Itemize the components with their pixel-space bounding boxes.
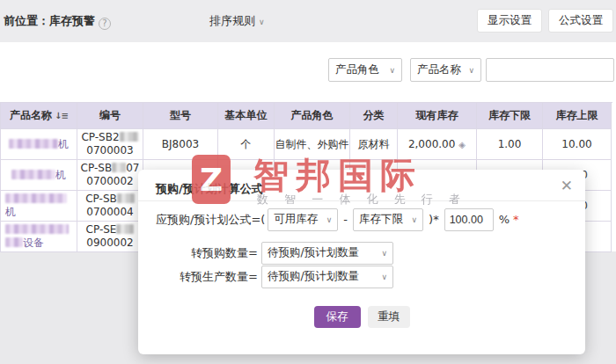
display-settings-button[interactable]: 显示设置	[477, 9, 542, 33]
code-prefix: CP-SB	[85, 193, 117, 205]
unit-cell: 个	[218, 129, 275, 160]
column-header-lower-limit[interactable]: 库存下限	[477, 103, 543, 129]
product-role-select[interactable]: 产品角色 ∨	[328, 58, 402, 82]
product-name-link[interactable]: 机	[0, 160, 77, 191]
dialog-divider	[138, 200, 585, 201]
percent-input[interactable]	[444, 208, 494, 231]
to-prepurchase-row: 转预购数量= 待预购/预计划数量 ∨	[156, 241, 393, 265]
chevron-down-icon: ∨	[381, 273, 387, 281]
topbar-actions: 显示设置 公式设置	[477, 9, 613, 33]
diamond-icon[interactable]: ◈	[458, 140, 466, 149]
column-header-label: 产品名称	[10, 109, 52, 122]
chevron-down-icon: ∨	[381, 249, 387, 258]
subtrahend-value: 库存下限	[359, 212, 403, 227]
formula-dialog: 预购/预计划计算公式 ✕ 应预购/预计划公式=( 可用库存 ∨ - 库存下限 ∨…	[138, 170, 585, 354]
code-line2: 0900002	[86, 237, 133, 250]
sort-rule-dropdown[interactable]: 排序规则∨	[209, 13, 265, 29]
product-code-cell: CP-SB 0700004	[77, 191, 143, 222]
reset-button[interactable]: 重填	[368, 306, 410, 328]
lower-limit-cell: 1.00	[477, 129, 543, 160]
search-field-select-value: 产品名称	[417, 62, 461, 77]
product-name-link[interactable]: 机	[0, 191, 77, 222]
stock-cell: 2,000.00◈	[398, 129, 477, 160]
product-name-suffix: 机	[5, 206, 16, 219]
filter-bar: 产品角色 ∨ 产品名称 ∨	[0, 58, 616, 83]
required-asterisk: *	[513, 213, 519, 226]
chevron-down-icon: ∨	[389, 66, 395, 75]
chevron-down-icon: ∨	[259, 18, 265, 26]
redacted-text	[11, 170, 55, 179]
column-header-label: 现有库存	[416, 109, 458, 122]
product-name-suffix: 设备	[23, 237, 44, 249]
formula-settings-button[interactable]: 公式设置	[548, 9, 613, 33]
to-prepurchase-select[interactable]: 待预购/预计划数量 ∨	[261, 242, 393, 265]
search-input[interactable]	[486, 58, 614, 82]
product-code-cell: CP-SB2 0700003	[77, 129, 143, 160]
location-value: 库存预警	[49, 14, 95, 27]
code-line2: 0700004	[86, 206, 133, 219]
code-line2: 0700003	[86, 144, 133, 157]
redacted-text	[112, 163, 126, 172]
code-line2: 0700002	[86, 175, 133, 188]
to-preproduction-value: 待预购/预计划数量	[268, 269, 359, 284]
search-field-select[interactable]: 产品名称 ∨	[410, 58, 481, 82]
minuend-value: 可用库存	[274, 212, 318, 227]
redacted-text	[9, 139, 58, 149]
stock-value: 2,000.00	[408, 138, 455, 150]
product-code-cell: CP-SE 0900002	[77, 222, 143, 252]
product-role-select-value: 产品角色	[335, 62, 379, 77]
formula-row: 应预购/预计划公式=( 可用库存 ∨ - 库存下限 ∨ )* % *	[156, 207, 519, 231]
top-bar: 前位置：库存预警? 排序规则∨ 显示设置 公式设置	[0, 0, 616, 42]
sort-rule-label: 排序规则	[209, 14, 255, 27]
to-preproduction-select[interactable]: 待预购/预计划数量 ∨	[261, 266, 393, 288]
to-preproduction-row: 转预生产数量= 待预购/预计划数量 ∨	[156, 265, 393, 288]
table-header-row: 产品名称↓≡ 编号 型号 基本单位 产品角色 分类 现有库存 库存下限 库存上限	[0, 103, 612, 129]
save-button[interactable]: 保存	[314, 306, 361, 328]
product-name-link[interactable]: 设备	[0, 222, 77, 252]
table-row: 机 CP-SB2 0700003 BJ8003 个 自制件、外购件 原材料 2,…	[0, 129, 612, 160]
category-cell: 原材料	[350, 129, 398, 160]
dialog-title: 预购/预计划计算公式	[156, 181, 263, 197]
column-header-label: 产品角色	[291, 109, 334, 122]
column-header-name[interactable]: 产品名称↓≡	[0, 103, 77, 129]
column-header-role[interactable]: 产品角色	[275, 103, 350, 129]
column-header-upper-limit[interactable]: 库存上限	[543, 103, 612, 129]
formula-label: 应预购/预计划公式=(	[156, 212, 265, 228]
dialog-actions: 保存 重填	[138, 306, 585, 328]
redacted-text	[117, 193, 135, 203]
redacted-text	[5, 237, 23, 247]
column-header-label: 分类	[363, 109, 385, 122]
column-header-label: 库存上限	[556, 109, 598, 122]
column-header-label: 库存下限	[488, 109, 531, 122]
product-name-link[interactable]: 机	[0, 129, 77, 160]
model-cell: BJ8003	[143, 129, 218, 160]
redacted-text	[5, 193, 67, 203]
column-header-label: 基本单位	[225, 109, 268, 122]
location-label: 前位置：	[4, 14, 49, 27]
column-header-stock[interactable]: 现有库存	[398, 103, 477, 129]
column-header-label: 型号	[170, 109, 191, 122]
column-header-code[interactable]: 编号	[77, 103, 143, 129]
role-cell: 自制件、外购件	[275, 129, 350, 160]
code-tail: 07	[126, 162, 139, 174]
to-preproduction-label: 转预生产数量=	[156, 269, 258, 285]
subtrahend-select[interactable]: 库存下限 ∨	[353, 208, 423, 231]
column-header-label: 编号	[99, 109, 121, 122]
close-paren-multiplier: )*	[429, 213, 439, 226]
to-prepurchase-value: 待预购/预计划数量	[268, 245, 359, 260]
chevron-down-icon: ∨	[411, 215, 417, 224]
minus-operator: -	[343, 213, 348, 226]
minuend-select[interactable]: 可用库存 ∨	[268, 208, 338, 231]
product-code-cell: CP-SB07 0700002	[77, 160, 143, 191]
redacted-text	[120, 132, 139, 142]
close-icon[interactable]: ✕	[561, 177, 573, 194]
column-header-model[interactable]: 型号	[143, 103, 218, 129]
sort-icon[interactable]: ↓≡	[55, 109, 68, 122]
column-header-category[interactable]: 分类	[350, 103, 398, 129]
chevron-down-icon: ∨	[468, 66, 474, 75]
product-name-suffix: 机	[58, 138, 69, 150]
redacted-text	[5, 224, 69, 234]
column-header-unit[interactable]: 基本单位	[218, 103, 275, 129]
help-icon[interactable]: ?	[99, 18, 111, 30]
code-prefix: CP-SB	[81, 162, 113, 174]
